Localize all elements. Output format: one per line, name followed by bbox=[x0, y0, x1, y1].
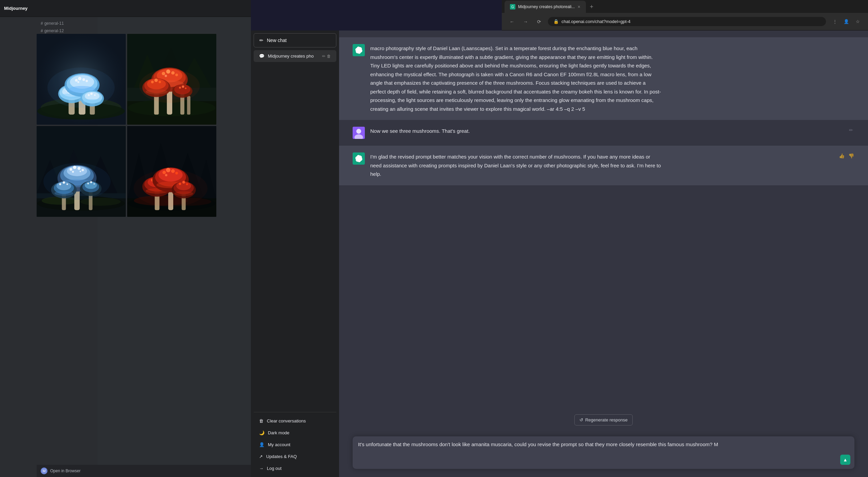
new-chat-button[interactable]: ✏ New chat bbox=[254, 33, 336, 47]
sidebar-bottom-section: 🗑 Clear conversations 🌙 Dark mode 👤 My a… bbox=[254, 412, 336, 474]
message-row-3: I'm glad the revised prompt better match… bbox=[339, 146, 868, 185]
svg-point-32 bbox=[47, 67, 115, 108]
browser-address-bar: ← → ⟳ 🔒 chat.openai.com/chat?model=gpt-4… bbox=[502, 13, 868, 30]
svg-point-142 bbox=[356, 129, 361, 133]
conversation-actions: ✏ 🗑 bbox=[322, 54, 331, 59]
discord-sidebar bbox=[0, 17, 37, 477]
mushroom-images-grid bbox=[37, 34, 216, 217]
profile-button[interactable]: 👤 bbox=[842, 17, 851, 26]
gpt-avatar-1 bbox=[353, 44, 365, 56]
new-tab-button[interactable]: + bbox=[586, 1, 598, 13]
dark-mode-icon: 🌙 bbox=[259, 430, 264, 435]
ssl-icon: 🔒 bbox=[553, 19, 559, 24]
address-text: chat.openai.com/chat?model=gpt-4 bbox=[561, 19, 821, 24]
dark-mode-label: Dark mode bbox=[268, 430, 290, 435]
refresh-button[interactable]: ⟳ bbox=[534, 17, 544, 26]
my-account-button[interactable]: 👤 My account bbox=[254, 439, 336, 451]
assistant-message-actions: 👍 👎 bbox=[838, 152, 854, 159]
logout-icon: → bbox=[259, 466, 263, 471]
log-out-button[interactable]: → Log out bbox=[254, 462, 336, 474]
mushroom-image-1 bbox=[37, 34, 126, 125]
edit-conversation-icon[interactable]: ✏ bbox=[322, 54, 326, 59]
chat-input[interactable]: It's unfortunate that the mushrooms don'… bbox=[358, 440, 838, 465]
message-row-1: macro photography style of Daniel Laan (… bbox=[339, 37, 868, 120]
conversation-label: Midjourney creates pho bbox=[268, 54, 319, 59]
regenerate-response-button[interactable]: ↺ Regenerate response bbox=[574, 414, 633, 426]
address-input[interactable]: 🔒 chat.openai.com/chat?model=gpt-4 bbox=[548, 17, 826, 26]
gpt-avatar-2 bbox=[353, 152, 365, 165]
message-content-2: Now we see three mushrooms. That's great… bbox=[370, 127, 662, 136]
regenerate-icon: ↺ bbox=[579, 417, 583, 422]
conversation-icon: 💬 bbox=[259, 54, 264, 59]
mushroom-image-4 bbox=[127, 126, 216, 217]
channel-general-11[interactable]: #general-11 bbox=[37, 20, 98, 27]
user-message-actions: ✏ bbox=[848, 127, 854, 133]
open-in-browser-text[interactable]: Open in Browser bbox=[50, 469, 80, 473]
dark-mode-button[interactable]: 🌙 Dark mode bbox=[254, 427, 336, 439]
input-area: It's unfortunate that the mushrooms don'… bbox=[339, 431, 868, 477]
forward-button[interactable]: → bbox=[521, 17, 530, 26]
new-chat-icon: ✏ bbox=[259, 38, 263, 43]
clear-icon: 🗑 bbox=[259, 418, 263, 423]
thumbs-down-button[interactable]: 👎 bbox=[848, 152, 854, 159]
discord-avatar-small: M bbox=[41, 468, 47, 474]
delete-conversation-icon[interactable]: 🗑 bbox=[327, 54, 331, 59]
svg-point-140 bbox=[134, 170, 208, 207]
regenerate-label: Regenerate response bbox=[585, 417, 628, 422]
clear-conversations-label: Clear conversations bbox=[267, 418, 306, 423]
open-in-browser-bar: M Open in Browser bbox=[37, 465, 251, 477]
regenerate-container: ↺ Regenerate response bbox=[339, 412, 868, 431]
conversation-item-midjourney[interactable]: 💬 Midjourney creates pho ✏ 🗑 bbox=[254, 50, 336, 62]
bookmark-button[interactable]: ☆ bbox=[853, 17, 863, 26]
mushroom-image-3 bbox=[37, 126, 126, 217]
svg-point-102 bbox=[43, 163, 111, 200]
browser-icon-group: ⋮ 👤 ☆ bbox=[830, 17, 863, 26]
browser-tab-bar: G Midjourney creates photoreali... × + bbox=[502, 0, 868, 13]
edit-message-button[interactable]: ✏ bbox=[848, 127, 854, 133]
input-wrapper: It's unfortunate that the mushrooms don'… bbox=[353, 436, 854, 469]
thumbs-up-button[interactable]: 👍 bbox=[838, 152, 845, 159]
updates-faq-button[interactable]: ↗ Updates & FAQ bbox=[254, 451, 336, 462]
my-account-label: My account bbox=[268, 442, 290, 447]
discord-window: Midjourney #general-11 #general-12 #gene… bbox=[0, 0, 251, 477]
messages-list: macro photography style of Daniel Laan (… bbox=[339, 30, 868, 412]
back-button[interactable]: ← bbox=[507, 17, 517, 26]
chatgpt-wrapper: ✏ New chat 💬 Midjourney creates pho ✏ 🗑 … bbox=[251, 30, 868, 477]
svg-point-65 bbox=[139, 69, 200, 103]
chatgpt-main: macro photography style of Daniel Laan (… bbox=[339, 30, 868, 477]
channel-general-12[interactable]: #general-12 bbox=[37, 27, 98, 35]
log-out-label: Log out bbox=[267, 466, 281, 471]
message-content-3: I'm glad the revised prompt better match… bbox=[370, 152, 662, 179]
account-icon: 👤 bbox=[259, 442, 264, 447]
send-button[interactable]: ▲ bbox=[840, 455, 850, 465]
chatgpt-sidebar: ✏ New chat 💬 Midjourney creates pho ✏ 🗑 … bbox=[251, 30, 339, 477]
tab-favicon: G bbox=[510, 4, 515, 9]
updates-icon: ↗ bbox=[259, 454, 263, 459]
new-chat-label: New chat bbox=[267, 38, 287, 43]
discord-server-name: Midjourney bbox=[4, 6, 27, 11]
updates-faq-label: Updates & FAQ bbox=[266, 454, 297, 459]
extensions-button[interactable]: ⋮ bbox=[830, 17, 840, 26]
discord-header: Midjourney bbox=[0, 0, 251, 17]
message-row-2: Now we see three mushrooms. That's great… bbox=[339, 120, 868, 146]
tab-title: Midjourney creates photoreali... bbox=[518, 4, 575, 9]
clear-conversations-button[interactable]: 🗑 Clear conversations bbox=[254, 415, 336, 427]
tab-close-button[interactable]: × bbox=[577, 4, 580, 9]
message-content-1: macro photography style of Daniel Laan (… bbox=[370, 44, 662, 113]
mushroom-image-2 bbox=[127, 34, 216, 125]
send-icon: ▲ bbox=[843, 457, 848, 462]
chatgpt-tab[interactable]: G Midjourney creates photoreali... × bbox=[505, 1, 586, 13]
user-avatar-1 bbox=[353, 127, 365, 139]
